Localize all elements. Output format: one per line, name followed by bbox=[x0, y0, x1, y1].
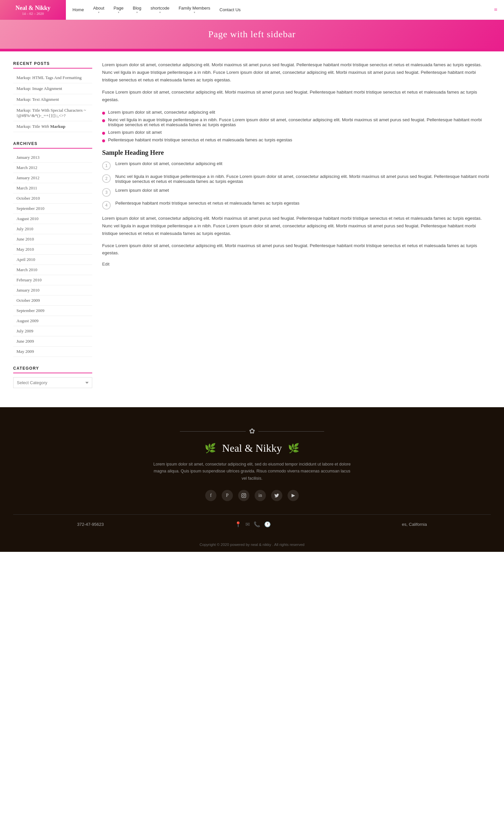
list-item[interactable]: June 2009 bbox=[13, 336, 92, 347]
list-item[interactable]: January 2013 bbox=[13, 152, 92, 163]
outro-paragraph-1: Lorem ipsum dolor sit amet, consectetur … bbox=[102, 215, 491, 238]
numbered-item-3: 3 Lorem ipsum dolor sit amet bbox=[102, 188, 491, 197]
nav-item-page[interactable]: Page▼ bbox=[114, 6, 123, 14]
list-item[interactable]: August 2010 bbox=[13, 214, 92, 224]
list-item[interactable]: September 2009 bbox=[13, 306, 92, 316]
list-item[interactable]: Markup: Title With Markup bbox=[13, 121, 92, 132]
list-item[interactable]: July 2010 bbox=[13, 224, 92, 234]
archives-section: ARCHIVES January 2013 March 2012 January… bbox=[13, 141, 92, 357]
hero-title: Page with left sidebar bbox=[0, 29, 504, 40]
footer-bottom-icon-2: ✉ bbox=[245, 521, 250, 527]
bullet-item: Lorem ipsum dolor sit amet, consectetur … bbox=[102, 108, 491, 116]
footer-logo-area: 🌿 Neal & Nikky 🌿 bbox=[13, 442, 491, 454]
footer-flower-left: ✿ bbox=[249, 427, 255, 436]
nav-link-shortcode[interactable]: shortcode bbox=[150, 6, 169, 11]
list-item[interactable]: Markup: Title With Special Characters ~ … bbox=[13, 105, 92, 121]
nav-arrow-family: ▼ bbox=[193, 11, 196, 14]
list-item[interactable]: Markup: Image Alignment bbox=[13, 83, 92, 94]
social-icon-facebook[interactable]: f bbox=[205, 490, 216, 501]
nav-arrow-about: ▼ bbox=[97, 11, 100, 14]
bullet-item: Lorem ipsum dolor sit amet bbox=[102, 128, 491, 136]
numbered-item-text-1: Lorem ipsum dolor sit amet, consectetur … bbox=[115, 161, 222, 166]
numbered-item-1: 1 Lorem ipsum dolor sit amet, consectetu… bbox=[102, 161, 491, 170]
list-item[interactable]: February 2010 bbox=[13, 275, 92, 285]
footer-hr-left bbox=[180, 431, 246, 432]
footer-hr-right bbox=[258, 431, 324, 432]
menu-icon[interactable]: ≡ bbox=[494, 6, 497, 13]
nav-link-home[interactable]: Home bbox=[72, 7, 84, 12]
nav-item-contact[interactable]: Contact Us bbox=[219, 7, 240, 13]
list-item[interactable]: October 2009 bbox=[13, 296, 92, 306]
category-title: CATEGORY bbox=[13, 366, 92, 373]
numbered-item-text-3: Lorem ipsum dolor sit amet bbox=[115, 188, 169, 193]
bullet-item: Nunc vel ligula in augue tristique pelle… bbox=[102, 116, 491, 128]
nav-item-shortcode[interactable]: shortcode▼ bbox=[150, 6, 169, 14]
nav-link-page[interactable]: Page bbox=[114, 6, 123, 11]
footer-bottom-icon-3: 📞 bbox=[254, 521, 260, 527]
recent-posts-section: RECENT POSTS Markup: HTML Tags And Forma… bbox=[13, 61, 92, 132]
social-icons-row: f P in ▶ bbox=[13, 490, 491, 501]
footer-bottom-icon-4: 🕐 bbox=[264, 521, 271, 527]
footer-phone: 372-47-95623 bbox=[77, 522, 104, 527]
nav-arrow-page: ▼ bbox=[117, 11, 119, 14]
footer-flower-icon-right: 🌿 bbox=[288, 443, 300, 454]
list-item[interactable]: January 2012 bbox=[13, 173, 92, 183]
list-item[interactable]: October 2010 bbox=[13, 193, 92, 203]
nav-link-blog[interactable]: Blog bbox=[133, 6, 141, 11]
content-wrapper: RECENT POSTS Markup: HTML Tags And Forma… bbox=[0, 51, 504, 407]
footer-flower-icon-left: 🌿 bbox=[204, 443, 216, 454]
recent-posts-title: RECENT POSTS bbox=[13, 61, 92, 68]
social-icon-pinterest[interactable]: P bbox=[222, 490, 233, 501]
number-circle-3: 3 bbox=[102, 188, 111, 197]
hero-banner: Page with left sidebar bbox=[0, 20, 504, 49]
archives-list: January 2013 March 2012 January 2012 Mar… bbox=[13, 152, 92, 357]
numbered-item-2: 2 Nunc vel ligula in augue tristique pel… bbox=[102, 174, 491, 184]
site-header: Neal & Nikky 14 – 02 – 2020 Home About▼ … bbox=[0, 0, 504, 20]
site-logo: Neal & Nikky 14 – 02 – 2020 bbox=[0, 0, 66, 20]
number-circle-2: 2 bbox=[102, 174, 111, 183]
edit-link[interactable]: Edit bbox=[102, 262, 109, 267]
list-item[interactable]: July 2009 bbox=[13, 326, 92, 336]
list-item[interactable]: Markup: Text Alignment bbox=[13, 94, 92, 105]
social-icon-twitter[interactable] bbox=[271, 490, 282, 501]
footer-divider: ✿ bbox=[13, 427, 491, 436]
list-item[interactable]: May 2009 bbox=[13, 347, 92, 357]
nav-item-blog[interactable]: Blog▼ bbox=[133, 6, 141, 14]
bullet-item: Pellentesque habitant morbi tristique se… bbox=[102, 136, 491, 144]
site-footer: ✿ 🌿 Neal & Nikky 🌿 Lorem ipsum dolor sit… bbox=[0, 407, 504, 537]
list-item[interactable]: January 2010 bbox=[13, 285, 92, 296]
list-item[interactable]: Markup: HTML Tags And Formatting bbox=[13, 72, 92, 83]
nav-link-family[interactable]: Family Members bbox=[178, 6, 210, 11]
logo-date: 14 – 02 – 2020 bbox=[22, 12, 44, 15]
list-item[interactable]: August 2009 bbox=[13, 316, 92, 326]
nav-arrow-shortcode: ▼ bbox=[159, 11, 161, 14]
nav-item-about[interactable]: About▼ bbox=[93, 6, 104, 14]
list-item[interactable]: May 2010 bbox=[13, 245, 92, 255]
sample-heading: Sample Heading Here bbox=[102, 149, 491, 156]
category-select[interactable]: Select Category bbox=[13, 377, 92, 388]
pink-stripe bbox=[0, 49, 504, 51]
list-item[interactable]: March 2011 bbox=[13, 183, 92, 193]
category-section: CATEGORY Select Category bbox=[13, 366, 92, 388]
nav-link-contact[interactable]: Contact Us bbox=[219, 7, 240, 12]
list-item[interactable]: June 2010 bbox=[13, 234, 92, 245]
footer-location: es, California bbox=[402, 522, 427, 527]
footer-bottom-icons: 📍 ✉ 📞 🕐 bbox=[235, 521, 271, 527]
copyright: Copyright © 2020 powered by neal & nikky… bbox=[0, 537, 504, 552]
footer-bottom-icon-1: 📍 bbox=[235, 521, 241, 527]
social-icon-linkedin[interactable]: in bbox=[255, 490, 266, 501]
list-item[interactable]: September 2010 bbox=[13, 203, 92, 214]
social-icon-youtube[interactable]: ▶ bbox=[288, 490, 299, 501]
nav-item-home[interactable]: Home bbox=[72, 7, 84, 13]
recent-posts-list: Markup: HTML Tags And Formatting Markup:… bbox=[13, 72, 92, 132]
footer-description: Lorem ipsum dolor sit amet, consectetur … bbox=[153, 461, 351, 482]
list-item[interactable]: March 2012 bbox=[13, 163, 92, 173]
numbered-list: 1 Lorem ipsum dolor sit amet, consectetu… bbox=[102, 161, 491, 210]
sidebar: RECENT POSTS Markup: HTML Tags And Forma… bbox=[13, 61, 92, 397]
numbered-item-4: 4 Pellentesque habitant morbi tristique … bbox=[102, 200, 491, 210]
social-icon-instagram[interactable] bbox=[238, 490, 249, 501]
list-item[interactable]: March 2010 bbox=[13, 265, 92, 275]
list-item[interactable]: April 2010 bbox=[13, 255, 92, 265]
nav-item-family[interactable]: Family Members▼ bbox=[178, 6, 210, 14]
nav-link-about[interactable]: About bbox=[93, 6, 104, 11]
